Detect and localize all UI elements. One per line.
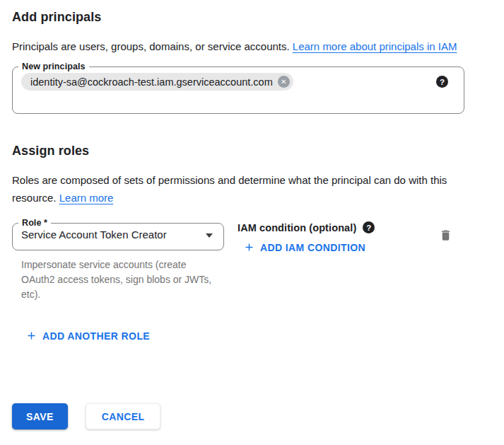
principal-chip-label: identity-sa@cockroach-test.iam.gservicea…: [30, 76, 273, 88]
close-icon[interactable]: ✕: [278, 76, 290, 88]
plus-icon: [243, 241, 255, 253]
role-column: Role * Service Account Token Creator Imp…: [12, 218, 224, 302]
role-selected-value: Service Account Token Creator: [21, 229, 167, 241]
learn-more-roles-link[interactable]: Learn more: [59, 192, 114, 204]
action-buttons: SAVE CANCEL: [12, 403, 160, 429]
assign-roles-title: Assign roles: [12, 143, 504, 158]
new-principals-field[interactable]: New principals identity-sa@cockroach-tes…: [12, 62, 464, 114]
iam-condition-label-row: IAM condition (optional) ?: [238, 221, 375, 233]
delete-role-button[interactable]: [438, 227, 454, 243]
add-another-role-label: ADD ANOTHER ROLE: [42, 330, 150, 342]
add-iam-condition-button[interactable]: ADD IAM CONDITION: [243, 241, 365, 253]
principals-description: Principals are users, groups, domains, o…: [12, 37, 475, 55]
principal-chip[interactable]: identity-sa@cockroach-test.iam.gservicea…: [21, 73, 293, 91]
add-another-role-button[interactable]: ADD ANOTHER ROLE: [25, 330, 150, 342]
add-iam-condition-label: ADD IAM CONDITION: [260, 242, 365, 253]
new-principals-field-row: identity-sa@cockroach-test.iam.gservicea…: [13, 71, 464, 91]
save-button[interactable]: SAVE: [12, 403, 68, 429]
role-select[interactable]: Role * Service Account Token Creator: [12, 218, 224, 250]
role-row: Role * Service Account Token Creator Imp…: [12, 218, 464, 302]
new-principals-label: New principals: [18, 62, 89, 71]
principals-description-text: Principals are users, groups, domains, o…: [12, 40, 293, 52]
role-helper-text: Impersonate service accounts (create OAu…: [21, 258, 221, 302]
help-icon[interactable]: ?: [436, 76, 448, 88]
add-principals-title: Add principals: [12, 9, 504, 25]
role-label: Role *: [18, 218, 51, 228]
roles-description: Roles are composed of sets of permission…: [12, 171, 475, 207]
delete-icon: [439, 229, 452, 242]
plus-icon: [25, 330, 37, 342]
learn-more-principals-link[interactable]: Learn more about principals in IAM: [293, 40, 457, 52]
cancel-button[interactable]: CANCEL: [86, 403, 161, 429]
iam-condition-label: IAM condition (optional): [238, 222, 356, 233]
role-value-row: Service Account Token Creator: [13, 228, 223, 241]
help-icon[interactable]: ?: [363, 221, 375, 233]
iam-condition-column: IAM condition (optional) ? ADD IAM CONDI…: [238, 218, 375, 256]
arrow-drop-down-icon[interactable]: [206, 233, 213, 238]
add-principals-panel: Add principals Principals are users, gro…: [0, 0, 504, 445]
